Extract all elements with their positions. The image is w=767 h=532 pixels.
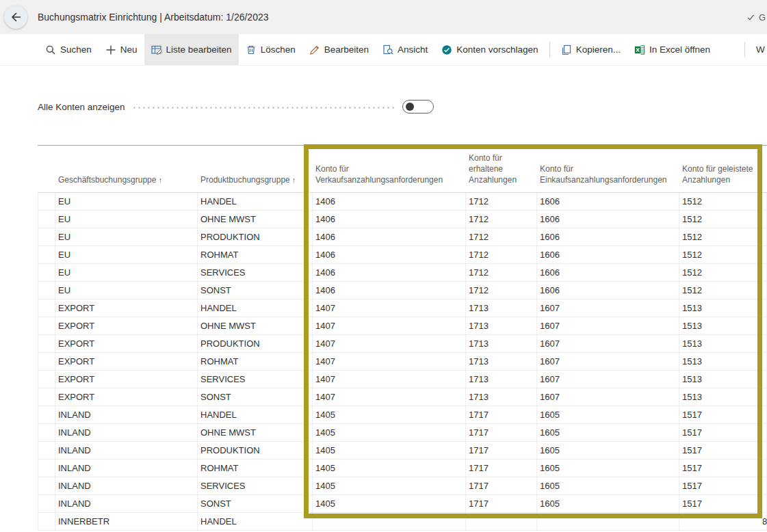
cell-konto-einkaufsanzahlungsanforderungen[interactable]: 1605	[537, 460, 679, 477]
row-selector[interactable]	[38, 246, 55, 263]
cell-konto-verkaufsanzahlungsanforderungen[interactable]	[313, 513, 466, 530]
cell-geschaeftsbuchungsgruppe[interactable]: EU	[55, 228, 198, 245]
action-loschen[interactable]: Löschen	[239, 34, 302, 65]
cell-konto-verkaufsanzahlungsanforderungen[interactable]: 1405	[313, 442, 466, 459]
cell-konto-erhaltene-anzahlungen[interactable]: 1712	[466, 211, 537, 228]
cell-konto-geleistete-anzahlungen[interactable]: 1517	[679, 442, 767, 459]
cell-produktbuchungsgruppe[interactable]: SONST	[198, 282, 313, 299]
cell-konto-geleistete-anzahlungen[interactable]: 1517	[679, 495, 767, 512]
cell-konto-geleistete-anzahlungen[interactable]: 1513	[679, 317, 767, 334]
cell-konto-verkaufsanzahlungsanforderungen[interactable]: 1407	[313, 371, 466, 388]
cell-konto-geleistete-anzahlungen[interactable]: 1513	[679, 388, 767, 405]
cell-konto-geleistete-anzahlungen[interactable]: 1512	[679, 282, 767, 299]
cell-konto-erhaltene-anzahlungen[interactable]: 1713	[466, 371, 537, 388]
row-selector[interactable]	[38, 513, 55, 530]
cell-geschaeftsbuchungsgruppe[interactable]: EU	[55, 282, 198, 299]
cell-konto-verkaufsanzahlungsanforderungen[interactable]: 1407	[313, 317, 466, 334]
cell-produktbuchungsgruppe[interactable]: PRODUKTION	[198, 442, 313, 459]
cell-konto-geleistete-anzahlungen[interactable]: 1512	[679, 246, 767, 263]
cell-geschaeftsbuchungsgruppe[interactable]: EU	[55, 246, 198, 263]
cell-konto-erhaltene-anzahlungen[interactable]: 1713	[466, 335, 537, 352]
cell-produktbuchungsgruppe[interactable]: HANDEL	[198, 193, 313, 210]
cell-konto-verkaufsanzahlungsanforderungen[interactable]: 1405	[313, 406, 466, 423]
cell-konto-einkaufsanzahlungsanforderungen[interactable]: 1606	[537, 228, 679, 245]
row-selector[interactable]	[38, 424, 55, 441]
row-selector[interactable]	[38, 335, 55, 352]
cell-konto-einkaufsanzahlungsanforderungen[interactable]: 1605	[537, 495, 679, 512]
cell-konto-verkaufsanzahlungsanforderungen[interactable]: 1406	[313, 193, 466, 210]
cell-produktbuchungsgruppe[interactable]: SONST	[198, 388, 313, 405]
action-ansicht[interactable]: Ansicht	[376, 34, 434, 65]
row-selector[interactable]	[38, 388, 55, 405]
action-suchen[interactable]: Suchen	[38, 34, 99, 65]
cell-geschaeftsbuchungsgruppe[interactable]: INLAND	[55, 442, 198, 459]
column-header-konto-geleistete-anzahlungen[interactable]: Konto für geleistete Anzahlungen	[679, 163, 767, 192]
cell-konto-geleistete-anzahlungen[interactable]: 1512	[679, 193, 767, 210]
cell-konto-geleistete-anzahlungen[interactable]: 1512	[679, 264, 767, 281]
cell-produktbuchungsgruppe[interactable]: HANDEL	[198, 513, 313, 530]
cell-konto-erhaltene-anzahlungen[interactable]: 1712	[466, 193, 537, 210]
cell-konto-erhaltene-anzahlungen[interactable]: 1712	[466, 282, 537, 299]
column-header-geschaeftsbuchungsgruppe[interactable]: Geschäftsbuchungsgruppe↑	[55, 174, 198, 192]
row-selector[interactable]	[38, 228, 55, 245]
back-button[interactable]	[4, 5, 27, 29]
action-in-excel-offnen[interactable]: In Excel öffnen	[627, 34, 717, 65]
row-selector[interactable]	[38, 371, 55, 388]
row-selector[interactable]	[38, 211, 55, 228]
row-selector[interactable]	[38, 282, 55, 299]
cell-konto-erhaltene-anzahlungen[interactable]: 1713	[466, 388, 537, 405]
action-liste-bearbeiten[interactable]: Liste bearbeiten	[144, 34, 239, 65]
cell-konto-erhaltene-anzahlungen[interactable]: 1717	[466, 495, 537, 512]
cell-konto-geleistete-anzahlungen[interactable]: 1517	[679, 460, 767, 477]
cell-konto-einkaufsanzahlungsanforderungen[interactable]: 1606	[537, 246, 679, 263]
cell-geschaeftsbuchungsgruppe[interactable]: EU	[55, 211, 198, 228]
cell-konto-geleistete-anzahlungen[interactable]: 1513	[679, 335, 767, 352]
cell-konto-einkaufsanzahlungsanforderungen[interactable]: 1607	[537, 388, 679, 405]
action-neu[interactable]: Neu	[99, 34, 144, 65]
cell-konto-erhaltene-anzahlungen[interactable]: 1717	[466, 477, 537, 494]
cell-konto-verkaufsanzahlungsanforderungen[interactable]: 1406	[313, 228, 466, 245]
row-selector[interactable]	[38, 477, 55, 494]
cell-konto-erhaltene-anzahlungen[interactable]: 1713	[466, 353, 537, 370]
cell-konto-einkaufsanzahlungsanforderungen[interactable]: 1606	[537, 264, 679, 281]
cell-produktbuchungsgruppe[interactable]: PRODUKTION	[198, 335, 313, 352]
cell-konto-erhaltene-anzahlungen[interactable]: 1712	[466, 264, 537, 281]
show-all-accounts-toggle[interactable]	[402, 100, 434, 114]
cell-geschaeftsbuchungsgruppe[interactable]: INLAND	[55, 406, 198, 423]
cell-konto-einkaufsanzahlungsanforderungen[interactable]: 1607	[537, 353, 679, 370]
cell-geschaeftsbuchungsgruppe[interactable]: EXPORT	[55, 388, 198, 405]
cell-konto-einkaufsanzahlungsanforderungen[interactable]: 1607	[537, 335, 679, 352]
cell-produktbuchungsgruppe[interactable]: OHNE MWST	[198, 424, 313, 441]
cell-konto-einkaufsanzahlungsanforderungen[interactable]: 1606	[537, 282, 679, 299]
cell-konto-verkaufsanzahlungsanforderungen[interactable]: 1406	[313, 282, 466, 299]
cell-konto-erhaltene-anzahlungen[interactable]	[466, 513, 537, 530]
cell-konto-verkaufsanzahlungsanforderungen[interactable]: 1405	[313, 477, 466, 494]
cell-konto-einkaufsanzahlungsanforderungen[interactable]: 1605	[537, 477, 679, 494]
column-header-konto-verkaufsanzahlungsanforderungen[interactable]: Konto für Verkaufsanzahlungsanforderunge…	[313, 163, 466, 192]
cell-produktbuchungsgruppe[interactable]: HANDEL	[198, 300, 313, 317]
cell-konto-geleistete-anzahlungen[interactable]: 1513	[679, 300, 767, 317]
cell-konto-verkaufsanzahlungsanforderungen[interactable]: 1405	[313, 460, 466, 477]
cell-konto-erhaltene-anzahlungen[interactable]: 1717	[466, 442, 537, 459]
row-selector[interactable]	[38, 495, 55, 512]
cell-geschaeftsbuchungsgruppe[interactable]: EXPORT	[55, 371, 198, 388]
cell-konto-einkaufsanzahlungsanforderungen[interactable]: 1607	[537, 317, 679, 334]
cell-produktbuchungsgruppe[interactable]: HANDEL	[198, 406, 313, 423]
cell-geschaeftsbuchungsgruppe[interactable]: EXPORT	[55, 335, 198, 352]
cell-geschaeftsbuchungsgruppe[interactable]: INLAND	[55, 460, 198, 477]
cell-konto-einkaufsanzahlungsanforderungen[interactable]	[537, 513, 679, 530]
cell-konto-verkaufsanzahlungsanforderungen[interactable]: 1405	[313, 424, 466, 441]
cell-konto-einkaufsanzahlungsanforderungen[interactable]: 1607	[537, 300, 679, 317]
cell-produktbuchungsgruppe[interactable]: SONST	[198, 495, 313, 512]
row-selector[interactable]	[38, 300, 55, 317]
cell-konto-einkaufsanzahlungsanforderungen[interactable]: 1607	[537, 371, 679, 388]
cell-produktbuchungsgruppe[interactable]: PRODUKTION	[198, 228, 313, 245]
cell-konto-verkaufsanzahlungsanforderungen[interactable]: 1407	[313, 300, 466, 317]
cell-konto-verkaufsanzahlungsanforderungen[interactable]: 1405	[313, 495, 466, 512]
cell-konto-verkaufsanzahlungsanforderungen[interactable]: 1406	[313, 246, 466, 263]
cell-geschaeftsbuchungsgruppe[interactable]: EU	[55, 264, 198, 281]
cell-konto-einkaufsanzahlungsanforderungen[interactable]: 1606	[537, 193, 679, 210]
cell-produktbuchungsgruppe[interactable]: OHNE MWST	[198, 211, 313, 228]
cell-konto-verkaufsanzahlungsanforderungen[interactable]: 1407	[313, 353, 466, 370]
cell-geschaeftsbuchungsgruppe[interactable]: INLAND	[55, 477, 198, 494]
